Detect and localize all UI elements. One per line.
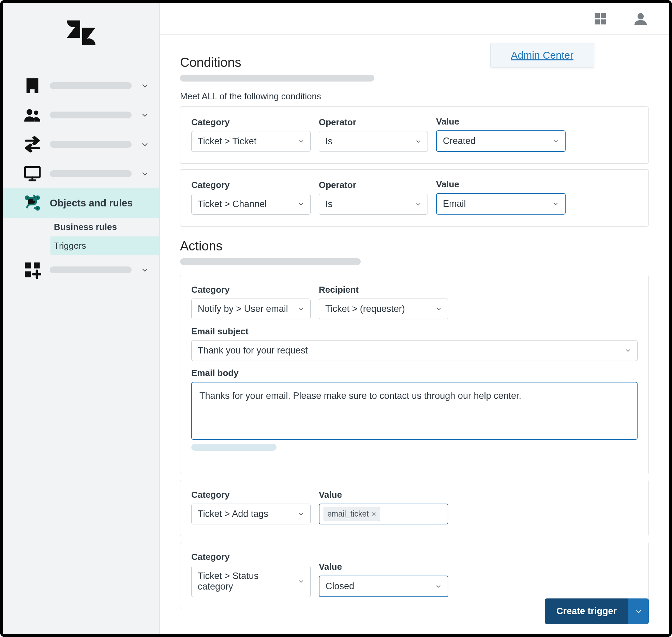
svg-rect-10 bbox=[601, 13, 606, 18]
email-subject-input[interactable]: Thank you for your request bbox=[191, 340, 638, 361]
svg-point-1 bbox=[34, 111, 38, 115]
field-label-category: Category bbox=[191, 490, 311, 500]
sidebar-placeholder bbox=[50, 112, 132, 118]
condition-category-select[interactable]: Ticket > Ticket bbox=[191, 131, 311, 152]
remove-tag-icon[interactable]: ✕ bbox=[371, 510, 376, 518]
content-area: Conditions Meet ALL of the following con… bbox=[160, 35, 669, 634]
conditions-all-label: Meet ALL of the following conditions bbox=[180, 91, 649, 102]
action-category-select[interactable]: Notify by > User email bbox=[191, 299, 311, 319]
action-addtags-card: Category Ticket > Add tags Value email_t… bbox=[180, 480, 649, 536]
field-label-category: Category bbox=[191, 117, 311, 128]
sidebar-nav: Objects and rules Business rules Trigger… bbox=[3, 64, 159, 634]
svg-rect-12 bbox=[601, 19, 606, 24]
footer-actions: Create trigger bbox=[545, 598, 649, 624]
select-value: Is bbox=[325, 136, 332, 147]
select-value: Ticket > Ticket bbox=[198, 136, 256, 147]
field-label-value: Value bbox=[319, 562, 448, 572]
sidebar-item-people[interactable] bbox=[3, 100, 159, 130]
chevron-down-icon bbox=[415, 136, 421, 147]
people-icon bbox=[23, 105, 42, 125]
apps-grid-icon[interactable] bbox=[592, 11, 609, 27]
select-value: Ticket > Channel bbox=[198, 199, 267, 209]
svg-rect-7 bbox=[34, 262, 40, 268]
chevron-down-icon bbox=[298, 509, 304, 519]
email-body-textarea[interactable]: Thanks for your email. Please make sure … bbox=[191, 382, 638, 440]
grid-plus-icon bbox=[23, 260, 42, 280]
chevron-down-icon bbox=[298, 576, 304, 587]
field-label-operator: Operator bbox=[319, 180, 428, 190]
svg-rect-8 bbox=[25, 271, 31, 277]
description-placeholder bbox=[180, 75, 374, 82]
user-profile-icon[interactable] bbox=[632, 11, 649, 27]
svg-rect-11 bbox=[595, 19, 600, 24]
sidebar-subitem-business-rules[interactable]: Business rules bbox=[50, 218, 159, 236]
sidebar-placeholder bbox=[50, 266, 132, 273]
condition-operator-select[interactable]: Is bbox=[319, 194, 428, 215]
sidebar-subitems: Business rules Triggers bbox=[3, 218, 159, 255]
field-label-email-body: Email body bbox=[191, 368, 638, 378]
field-label-email-subject: Email subject bbox=[191, 326, 638, 337]
app-window: Objects and rules Business rules Trigger… bbox=[0, 0, 672, 637]
svg-rect-6 bbox=[25, 262, 31, 268]
svg-rect-9 bbox=[595, 13, 600, 18]
sidebar-item-apps[interactable] bbox=[3, 255, 159, 285]
sidebar-item-label: Objects and rules bbox=[50, 198, 133, 209]
tag-label: email_ticket bbox=[327, 509, 369, 519]
condition-operator-select[interactable]: Is bbox=[319, 131, 428, 152]
workflow-icon bbox=[23, 193, 42, 213]
topbar bbox=[160, 3, 669, 35]
tag-chip: email_ticket ✕ bbox=[324, 507, 380, 521]
action-recipient-select[interactable]: Ticket > (requester) bbox=[319, 299, 448, 319]
chevron-down-icon bbox=[553, 136, 559, 146]
sidebar-placeholder bbox=[50, 170, 132, 177]
sidebar-item-workspaces[interactable] bbox=[3, 159, 159, 188]
select-value: Created bbox=[443, 136, 476, 146]
chevron-down-icon bbox=[140, 81, 150, 90]
attachment-placeholder bbox=[191, 444, 277, 451]
select-value: Email bbox=[443, 199, 466, 209]
action-value-select[interactable]: Closed bbox=[319, 576, 448, 597]
admin-center-link[interactable]: Admin Center bbox=[490, 43, 594, 68]
action-notify-card: Category Notify by > User email Recipien… bbox=[180, 275, 649, 474]
action-category-select[interactable]: Ticket > Add tags bbox=[191, 504, 311, 524]
sidebar-subitem-triggers[interactable]: Triggers bbox=[50, 236, 159, 255]
chevron-down-icon bbox=[298, 304, 304, 314]
select-value: Ticket > (requester) bbox=[325, 304, 405, 314]
svg-rect-2 bbox=[25, 167, 40, 177]
svg-point-13 bbox=[638, 13, 644, 19]
monitor-icon bbox=[23, 164, 42, 184]
chevron-down-icon bbox=[436, 304, 442, 314]
chevron-down-icon bbox=[298, 199, 304, 209]
condition-value-select[interactable]: Email bbox=[436, 193, 566, 215]
sidebar-item-account[interactable] bbox=[3, 71, 159, 100]
create-trigger-button[interactable]: Create trigger bbox=[545, 598, 628, 624]
chevron-down-icon bbox=[415, 199, 421, 209]
sidebar-item-channels[interactable] bbox=[3, 130, 159, 159]
chevron-down-icon bbox=[553, 199, 559, 209]
actions-title: Actions bbox=[180, 239, 649, 254]
select-value: Ticket > Add tags bbox=[198, 509, 268, 519]
field-label-category: Category bbox=[191, 285, 311, 295]
create-trigger-dropdown-button[interactable] bbox=[628, 598, 649, 624]
main-area: Admin Center Conditions Meet ALL of the … bbox=[160, 3, 669, 634]
chevron-down-icon bbox=[140, 140, 150, 149]
sidebar-placeholder bbox=[50, 82, 132, 89]
action-category-select[interactable]: Ticket > Status category bbox=[191, 566, 311, 597]
chevron-down-icon bbox=[435, 581, 442, 592]
sidebar-item-objects-rules[interactable]: Objects and rules bbox=[3, 188, 159, 218]
chevron-down-icon bbox=[140, 265, 150, 275]
sidebar-logo-area bbox=[3, 3, 159, 64]
description-placeholder bbox=[180, 258, 361, 265]
sidebar-placeholder bbox=[50, 141, 132, 148]
building-icon bbox=[23, 76, 42, 96]
chevron-down-icon bbox=[140, 110, 150, 120]
field-label-recipient: Recipient bbox=[319, 285, 448, 295]
field-label-category: Category bbox=[191, 552, 311, 562]
chevron-down-icon bbox=[625, 345, 631, 356]
field-label-value: Value bbox=[319, 490, 448, 500]
condition-value-select[interactable]: Created bbox=[436, 130, 566, 152]
select-value: Is bbox=[325, 199, 332, 209]
condition-category-select[interactable]: Ticket > Channel bbox=[191, 194, 311, 215]
condition-row: Category Ticket > Channel Operator Is bbox=[180, 169, 649, 227]
tag-input[interactable]: email_ticket ✕ bbox=[319, 504, 448, 524]
